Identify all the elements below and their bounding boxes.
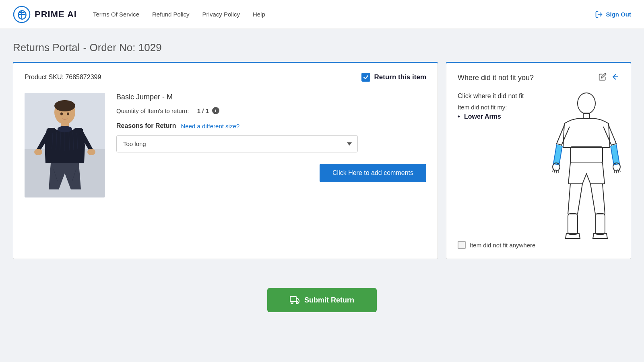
product-section: Basic Jumper - M Quantity of Item's to r…	[25, 93, 426, 197]
sign-out-button[interactable]: Sign Out	[595, 10, 632, 19]
product-name: Basic Jumper - M	[116, 93, 426, 101]
product-image	[25, 93, 105, 197]
right-card-header: Where did it not fit you?	[458, 73, 619, 83]
submit-row: Submit Return	[0, 275, 644, 320]
nav-links: Terms Of Service Refund Policy Privacy P…	[93, 11, 265, 18]
body-diagram-svg	[550, 91, 623, 244]
logo-icon	[13, 6, 31, 23]
sku-label: Product SKU: 7685872399	[25, 74, 101, 81]
quantity-value: 1 / 1	[197, 107, 209, 114]
nav-refund[interactable]: Refund Policy	[152, 11, 190, 18]
svg-point-17	[60, 113, 63, 115]
edit-icon[interactable]	[599, 73, 607, 83]
add-comments-button[interactable]: Click Here to add comments	[320, 164, 426, 182]
different-size-link[interactable]: Need a different size?	[181, 123, 239, 130]
svg-point-18	[67, 113, 69, 115]
return-checkbox-area: Return this item	[361, 73, 426, 82]
reason-select[interactable]: Too long Too short Too tight Defective W…	[116, 135, 358, 152]
product-image-svg	[25, 93, 105, 197]
svg-point-8	[34, 149, 42, 155]
header: PRIME AI Terms Of Service Refund Policy …	[0, 0, 644, 29]
svg-rect-37	[290, 296, 296, 302]
svg-point-38	[291, 302, 293, 304]
page-title-bar: Returns Portal - Order No: 1029	[0, 29, 644, 62]
product-info: Basic Jumper - M Quantity of Item's to r…	[116, 93, 426, 182]
svg-point-9	[87, 149, 95, 155]
quantity-label: Quantity of Item's to return:	[116, 107, 189, 114]
no-fit-checkbox[interactable]	[458, 241, 466, 249]
page-title-sub: - Order No: 1029	[83, 41, 162, 53]
svg-point-22	[578, 93, 595, 114]
nav-help[interactable]: Help	[253, 11, 265, 18]
page-title: Returns Portal - Order No: 1029	[13, 40, 631, 54]
return-label: Return this item	[374, 73, 426, 81]
svg-rect-28	[595, 214, 605, 234]
checkmark-icon	[363, 74, 369, 80]
svg-point-39	[296, 302, 298, 304]
submit-return-button[interactable]: Submit Return	[267, 288, 377, 312]
svg-point-5	[54, 100, 75, 111]
right-card: Where did it not fit you? Click where it…	[446, 62, 631, 259]
sign-out-icon	[595, 10, 603, 19]
left-card: Product SKU: 7685872399 Return this item	[13, 62, 438, 259]
card-header: Product SKU: 7685872399 Return this item	[25, 73, 426, 82]
logo-text: PRIME AI	[35, 9, 77, 20]
nav-privacy[interactable]: Privacy Policy	[202, 11, 240, 18]
svg-rect-27	[568, 214, 578, 234]
back-arrow-icon[interactable]	[611, 73, 619, 83]
svg-line-35	[616, 170, 617, 173]
quantity-line: Quantity of Item's to return: 1 / 1 i	[116, 107, 426, 114]
svg-line-31	[556, 170, 557, 173]
svg-line-34	[618, 169, 619, 173]
reasons-row: Reasons for Return Need a different size…	[116, 122, 426, 130]
svg-line-30	[554, 169, 555, 173]
svg-rect-24	[570, 147, 603, 163]
header-left: PRIME AI Terms Of Service Refund Policy …	[13, 6, 265, 23]
page-title-main: Returns Portal	[13, 41, 80, 53]
nav-terms[interactable]: Terms Of Service	[93, 11, 139, 18]
submit-label: Submit Return	[304, 296, 354, 304]
reasons-label: Reasons for Return	[116, 122, 176, 130]
main-content: Product SKU: 7685872399 Return this item	[0, 62, 644, 275]
info-icon[interactable]: i	[212, 107, 219, 114]
body-diagram[interactable]	[550, 91, 623, 246]
logo[interactable]: PRIME AI	[13, 6, 77, 23]
no-fit-label: Item did not fit anywhere	[470, 242, 535, 249]
right-icons	[599, 73, 619, 83]
return-checkbox[interactable]	[361, 73, 370, 82]
truck-icon	[290, 295, 299, 305]
sign-out-label: Sign Out	[606, 11, 632, 18]
fit-title: Where did it not fit you?	[458, 74, 534, 82]
